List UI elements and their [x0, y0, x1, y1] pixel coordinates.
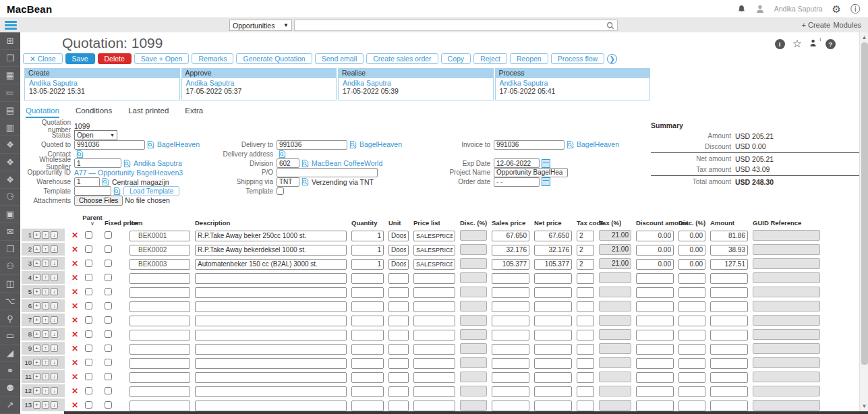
- fixed-price-checkbox[interactable]: [105, 373, 112, 380]
- item-input[interactable]: [129, 386, 190, 397]
- amount-input[interactable]: [710, 344, 748, 355]
- amount-input[interactable]: [710, 401, 748, 411]
- item-input[interactable]: [129, 245, 190, 256]
- quantity-input[interactable]: [351, 330, 384, 341]
- stage-user-link[interactable]: Andika Saputra: [500, 79, 646, 87]
- calendar-icon[interactable]: [542, 159, 550, 168]
- save-button[interactable]: Save: [65, 53, 95, 64]
- tax-code-input[interactable]: [577, 330, 594, 341]
- move-up-button[interactable]: ↑: [42, 316, 49, 324]
- description-input[interactable]: [195, 316, 347, 326]
- move-down-button[interactable]: ↓: [51, 373, 58, 380]
- parent-checkbox[interactable]: [85, 302, 92, 309]
- sales-price-input[interactable]: [492, 330, 529, 341]
- add-row-button[interactable]: +: [33, 316, 40, 324]
- fixed-price-checkbox[interactable]: [105, 260, 112, 267]
- sales-price-input[interactable]: [492, 231, 529, 241]
- move-up-button[interactable]: ↑: [42, 260, 49, 267]
- status-select[interactable]: Open ▼: [74, 130, 117, 140]
- modules-button[interactable]: Modules: [833, 21, 861, 29]
- net-price-input[interactable]: [534, 259, 572, 270]
- amount-input[interactable]: [710, 245, 748, 256]
- window-icon[interactable]: ❐: [0, 50, 20, 67]
- item-input[interactable]: [129, 273, 190, 284]
- delete-row-icon[interactable]: ✕: [69, 330, 80, 338]
- record-info-icon[interactable]: i: [775, 39, 785, 49]
- move-up-button[interactable]: ↑: [42, 302, 49, 309]
- lookup-icon[interactable]: [301, 177, 310, 186]
- parent-checkbox[interactable]: [85, 345, 92, 352]
- vertical-scrollbar[interactable]: ▲ ▼: [859, 32, 868, 411]
- order-date-input[interactable]: [494, 177, 540, 187]
- lookup-icon[interactable]: [349, 140, 357, 149]
- disc2-input[interactable]: [678, 401, 705, 411]
- unit-input[interactable]: [388, 259, 409, 270]
- add-row-button[interactable]: +: [33, 231, 40, 239]
- fixed-price-checkbox[interactable]: [105, 288, 112, 295]
- disc2-input[interactable]: [678, 372, 705, 383]
- search-icon[interactable]: [606, 22, 614, 30]
- sales-price-input[interactable]: [492, 287, 529, 298]
- net-price-input[interactable]: [534, 358, 572, 369]
- tax-code-input[interactable]: [577, 316, 594, 326]
- scroll-up-arrow[interactable]: ▲: [860, 33, 868, 42]
- discount-amount-input[interactable]: [636, 273, 674, 284]
- move-down-button[interactable]: ↓: [51, 260, 58, 267]
- unit-input[interactable]: [388, 401, 409, 411]
- move-up-button[interactable]: ↑: [42, 274, 49, 281]
- sales-price-input[interactable]: [492, 372, 529, 383]
- add-row-button[interactable]: +: [33, 345, 40, 352]
- parent-checkbox[interactable]: [85, 288, 92, 295]
- discount-amount-input[interactable]: [636, 287, 674, 298]
- disc2-input[interactable]: [678, 344, 705, 355]
- price-list-input[interactable]: [413, 316, 455, 326]
- quantity-input[interactable]: [351, 245, 384, 256]
- delete-row-icon[interactable]: ✕: [69, 345, 80, 353]
- net-price-input[interactable]: [534, 330, 572, 341]
- delete-row-icon[interactable]: ✕: [69, 302, 80, 310]
- parent-checkbox[interactable]: [85, 245, 92, 253]
- fixed-price-checkbox[interactable]: [105, 359, 112, 366]
- disc2-input[interactable]: [678, 245, 705, 256]
- sales-price-input[interactable]: [492, 344, 529, 355]
- delete-row-icon[interactable]: ✕: [69, 387, 80, 395]
- load-template-button[interactable]: Load Template: [123, 186, 179, 196]
- invoice-to-input[interactable]: [494, 140, 565, 150]
- add-row-button[interactable]: +: [33, 245, 40, 253]
- quantity-input[interactable]: [351, 358, 384, 369]
- price-list-input[interactable]: [413, 330, 455, 341]
- wholesale-supplier-link[interactable]: Andika Saputra: [134, 159, 182, 167]
- discount-amount-input[interactable]: [636, 344, 674, 355]
- description-input[interactable]: [195, 231, 347, 241]
- move-down-button[interactable]: ↓: [51, 316, 58, 324]
- delete-row-icon[interactable]: ✕: [69, 401, 80, 409]
- lookup-icon[interactable]: [566, 140, 575, 149]
- unit-input[interactable]: [388, 386, 409, 397]
- move-down-button[interactable]: ↓: [51, 288, 58, 295]
- generate-quotation-button[interactable]: Generate Quotation: [236, 53, 312, 64]
- exp-date-input[interactable]: [494, 158, 540, 168]
- move-up-button[interactable]: ↑: [42, 373, 49, 380]
- net-price-input[interactable]: [534, 344, 572, 355]
- menu-hamburger-icon[interactable]: [5, 21, 17, 31]
- tax-code-input[interactable]: [577, 372, 594, 383]
- puzzle-icon-2[interactable]: ❖: [0, 154, 20, 171]
- amount-input[interactable]: [710, 273, 748, 284]
- item-input[interactable]: [129, 330, 190, 341]
- table-icon[interactable]: ▥: [0, 119, 20, 137]
- net-price-input[interactable]: [534, 273, 572, 284]
- quantity-input[interactable]: [351, 316, 384, 326]
- delete-row-icon[interactable]: ✕: [69, 288, 80, 296]
- delete-row-icon[interactable]: ✕: [69, 231, 80, 239]
- disc2-input[interactable]: [678, 287, 705, 298]
- binoculars-icon[interactable]: ⚆: [0, 189, 20, 206]
- scrollbar-thumb[interactable]: [861, 42, 868, 365]
- move-down-button[interactable]: ↓: [51, 274, 58, 281]
- item-input[interactable]: [129, 301, 190, 312]
- lookup-icon[interactable]: [301, 159, 310, 168]
- disc2-input[interactable]: [678, 301, 705, 312]
- description-input[interactable]: [195, 301, 347, 312]
- description-input[interactable]: [195, 344, 347, 355]
- stage-user-link[interactable]: Andika Saputra: [29, 79, 175, 87]
- description-input[interactable]: [195, 245, 347, 256]
